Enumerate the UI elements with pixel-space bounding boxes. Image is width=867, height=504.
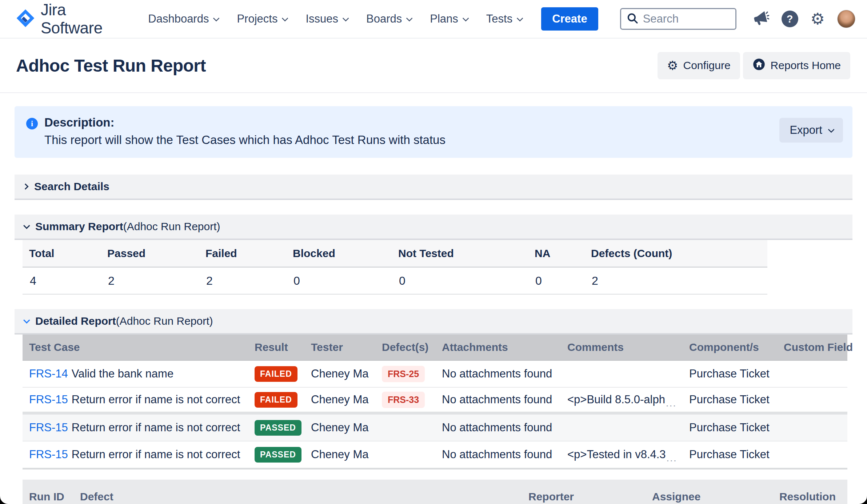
configure-button[interactable]: ⚙ Configure	[658, 52, 740, 79]
page-content: i Description: This report will show the…	[0, 106, 867, 504]
issue-link[interactable]: FRS-14	[29, 367, 68, 380]
page-header: Adhoc Test Run Report ⚙ Configure Report…	[0, 39, 867, 93]
detail-header-tester: Tester	[304, 341, 375, 353]
summary-value-na: 0	[528, 274, 584, 288]
global-search[interactable]	[620, 8, 736, 30]
info-icon: i	[26, 118, 38, 129]
description-title: Description:	[44, 116, 779, 129]
ellipsis: …	[666, 452, 678, 461]
detailed-table-header: Test CaseResultTesterDefect(s)Attachment…	[23, 335, 847, 361]
defect-cell: FRS-25	[375, 366, 435, 382]
result-badge: FAILED	[255, 392, 297, 408]
attachments-cell: No attachments found	[435, 393, 561, 406]
nav-icon-group: ? ⚙	[752, 10, 855, 28]
detail-header-test-case: Test Case	[23, 341, 248, 353]
nav-item-dashboards[interactable]: Dashboards	[148, 12, 218, 25]
defects-header-assignee: Assignee	[646, 480, 773, 503]
chevron-down-icon	[23, 222, 30, 229]
defect-chip[interactable]: FRS-25	[382, 366, 425, 382]
nav-item-label: Projects	[237, 12, 277, 25]
tester-cell: Cheney Ma	[304, 421, 375, 434]
test-case-cell: FRS-15Return error if name is not correc…	[23, 393, 248, 406]
help-icon[interactable]: ?	[782, 11, 798, 27]
search-icon	[626, 12, 639, 26]
export-button[interactable]: Export	[779, 118, 843, 143]
issue-link[interactable]: FRS-15	[29, 393, 68, 406]
summary-value-not-tested: 0	[392, 274, 528, 288]
test-case-summary: Return error if name is not correct	[72, 393, 240, 406]
result-cell: PASSED	[248, 420, 304, 436]
test-case-cell: FRS-15Return error if name is not correc…	[23, 448, 248, 461]
summary-value-blocked: 0	[286, 274, 392, 288]
summary-table-header: TotalPassedFailedBlockedNot TestedNADefe…	[23, 240, 767, 268]
detailed-table-body: FRS-14Valid the bank nameFAILEDCheney Ma…	[23, 361, 847, 468]
jira-logo-icon	[16, 9, 35, 29]
announcement-icon[interactable]	[752, 10, 769, 28]
nav-item-issues[interactable]: Issues	[305, 12, 347, 25]
summary-header-defects-count: Defects (Count)	[584, 247, 767, 260]
summary-report-toggle[interactable]: Summary Report (Adhoc Run Report)	[15, 215, 852, 240]
issue-link[interactable]: FRS-15	[29, 448, 68, 461]
defect-chip[interactable]: FRS-33	[382, 392, 425, 408]
test-case-summary: Return error if name is not correct	[72, 448, 240, 461]
nav-item-label: Boards	[366, 12, 402, 25]
attachments-cell: No attachments found	[435, 367, 561, 380]
detail-header-result: Result	[248, 341, 304, 353]
user-avatar[interactable]	[837, 10, 855, 28]
jira-logo-text: Jira Software	[41, 1, 125, 37]
defects-header-resolution: Resolution	[773, 480, 847, 503]
search-details-label: Search Details	[34, 180, 109, 193]
chevron-down-icon	[517, 15, 523, 21]
nav-item-label: Plans	[430, 12, 458, 25]
table-row: FRS-15Return error if name is not correc…	[23, 415, 847, 441]
description-texts: Description: This report will show the T…	[44, 116, 779, 147]
detailed-report-toggle[interactable]: Detailed Report(Adhoc Run Report)	[15, 309, 852, 335]
nav-item-label: Issues	[305, 12, 338, 25]
chevron-down-icon	[282, 15, 288, 21]
search-details-toggle[interactable]: Search Details	[15, 175, 852, 200]
test-case-cell: FRS-14Valid the bank name	[23, 367, 248, 380]
reports-home-button[interactable]: Reports Home	[743, 52, 850, 79]
summary-report-title: Summary Report	[35, 220, 123, 233]
nav-item-label: Tests	[486, 12, 512, 25]
detailed-report-subtitle: (Adhoc Run Report)	[116, 315, 213, 327]
summary-header-total: Total	[23, 247, 101, 260]
issue-link[interactable]: FRS-15	[29, 421, 68, 434]
reports-home-label: Reports Home	[771, 59, 841, 72]
summary-value-failed: 2	[199, 274, 286, 288]
search-input[interactable]	[643, 12, 727, 25]
summary-report-subtitle: (Adhoc Run Report)	[123, 220, 220, 233]
detailed-table: Test CaseResultTesterDefect(s)Attachment…	[23, 335, 847, 469]
defects-table: Run IDDefectReporterAssigneeResolution	[23, 480, 847, 504]
settings-gear-icon[interactable]: ⚙	[811, 11, 825, 27]
summary-value-passed: 2	[101, 274, 199, 288]
create-button[interactable]: Create	[541, 7, 598, 31]
comments-cell: <p>Build 8.5.0-alph…	[561, 393, 683, 406]
summary-value-total: 4	[23, 274, 101, 288]
comment-text: <p>Tested in v8.4.3	[567, 448, 666, 461]
home-icon	[752, 58, 766, 73]
table-row: FRS-14Valid the bank nameFAILEDCheney Ma…	[23, 361, 847, 388]
jira-logo[interactable]: Jira Software	[16, 1, 125, 37]
ellipsis: …	[665, 397, 677, 406]
nav-item-projects[interactable]: Projects	[237, 12, 287, 25]
nav-item-plans[interactable]: Plans	[430, 12, 467, 25]
result-cell: FAILED	[248, 366, 304, 382]
result-cell: PASSED	[248, 447, 304, 463]
summary-header-blocked: Blocked	[286, 247, 392, 260]
tester-cell: Cheney Ma	[304, 393, 375, 406]
detail-header-attachments: Attachments	[435, 341, 561, 353]
result-badge: FAILED	[255, 366, 297, 382]
nav-item-tests[interactable]: Tests	[486, 12, 522, 25]
chevron-down-icon	[23, 317, 30, 323]
nav-item-boards[interactable]: Boards	[366, 12, 411, 25]
component-cell: Purchase Ticket	[683, 421, 777, 434]
test-case-cell: FRS-15Return error if name is not correc…	[23, 421, 248, 434]
comments-cell: <p>Tested in v8.4.3…	[561, 448, 683, 461]
defects-header-defect: Defect	[73, 480, 522, 503]
detailed-report-title: Detailed Report	[35, 315, 116, 327]
component-cell: Purchase Ticket	[683, 448, 777, 461]
configure-label: Configure	[683, 59, 731, 72]
top-navigation: Jira Software DashboardsProjectsIssuesBo…	[0, 0, 867, 39]
summary-value-defects-count: 2	[584, 274, 767, 288]
